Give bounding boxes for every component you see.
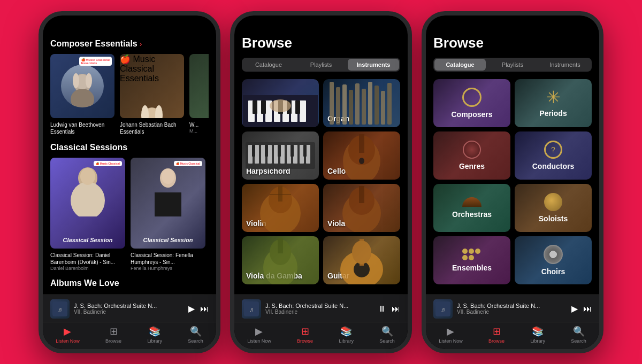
svg-rect-14 <box>155 192 181 216</box>
svg-rect-46 <box>255 145 259 164</box>
svg-rect-53 <box>300 145 304 164</box>
phone-notch-3 <box>480 16 545 29</box>
search-icon-p3: 🔍 <box>573 326 585 337</box>
play-icon-p1[interactable]: ▶ <box>188 304 195 314</box>
choirs-tile[interactable]: Choirs <box>515 236 592 284</box>
guitar-tile[interactable]: Guitar <box>323 236 400 284</box>
svg-rect-49 <box>274 145 278 164</box>
cello-tile[interactable]: Cello <box>323 131 400 180</box>
essentials-scroll[interactable]: 🍎 Music ClassicalEssentials <box>50 54 209 135</box>
tab-library-p2[interactable]: 📚 Library <box>339 326 354 344</box>
mini-player-controls-p1[interactable]: ▶ ⏭ <box>188 304 209 314</box>
mini-player-p2[interactable]: ♬ J. S. Bach: Orchestral Suite N... VII.… <box>234 295 408 322</box>
bach-thumb: 🍎 Music ClassicalEssentials <box>120 54 184 118</box>
orchestras-tile[interactable]: Orchestras <box>433 184 510 232</box>
barenboim-session-thumb: 🍎 Music Classical Classical Session <box>50 158 125 249</box>
mini-player-p3[interactable]: ♬ J. S. Bach: Orchestral Suite N... VII.… <box>426 295 599 322</box>
barenboim-session-sub: Daniel Barenboim <box>50 266 125 271</box>
phone-3: Browse Catalogue Playlists Instruments C… <box>422 11 603 353</box>
humphreys-session-label: Classical Session: Fenella Humphreys - S… <box>131 252 205 266</box>
phone-notch-2 <box>289 16 353 29</box>
tab-bar-p2: ▶ Listen Now ⊞ Browse 📚 Library 🔍 Search <box>234 322 408 349</box>
browse-scroll-p2[interactable]: Browse Catalogue Playlists Instruments <box>234 30 408 295</box>
humphreys-gradient: 🍎 Music Classical Classical Session <box>131 158 205 249</box>
tab-listen-now-p3[interactable]: ▶ Listen Now <box>439 326 463 344</box>
humphreys-session-card[interactable]: 🍎 Music Classical Classical Session Clas… <box>131 158 205 271</box>
mini-player-title-p2: J. S. Bach: Orchestral Suite N... <box>265 303 373 309</box>
organ-tile[interactable]: Organ <box>323 79 400 127</box>
harpsichord-tile[interactable]: Harpsichord <box>242 131 319 180</box>
tab-search-p3[interactable]: 🔍 Search <box>571 326 586 344</box>
piano-tile[interactable]: Piano <box>242 79 319 127</box>
viola-tile-bg: Viola <box>323 184 400 232</box>
third-label: W... <box>189 121 209 128</box>
svg-rect-45 <box>248 145 253 164</box>
composer-essentials-chevron[interactable]: › <box>140 40 142 48</box>
mini-player-info-p3: J. S. Bach: Orchestral Suite N... VII. B… <box>457 303 567 315</box>
skip-icon-p3[interactable]: ⏭ <box>583 304 592 314</box>
bach-portrait-container <box>120 83 184 118</box>
violin-tile[interactable]: Violin <box>242 184 319 232</box>
soloists-label: Soloists <box>539 214 568 223</box>
seg-catalogue-p2[interactable]: Catalogue <box>243 59 294 71</box>
pause-icon-p2[interactable]: ⏸ <box>378 304 386 314</box>
svg-text:♬: ♬ <box>58 306 62 313</box>
svg-rect-38 <box>355 83 360 125</box>
beethoven-portrait <box>61 65 104 107</box>
tab-bar-p1: ▶ Listen Now ⊞ Browse 📚 Library 🔍 Search <box>43 322 216 349</box>
humphreys-session-thumb: 🍎 Music Classical Classical Session <box>131 158 205 249</box>
tab-browse-p2[interactable]: ⊞ Browse <box>297 326 313 344</box>
tab-search-p2[interactable]: 🔍 Search <box>379 326 395 344</box>
tab-library-p3[interactable]: 📚 Library <box>530 326 545 344</box>
svg-rect-57 <box>278 145 281 157</box>
tab-search-p1[interactable]: 🔍 Search <box>188 326 203 344</box>
seg-playlists-p3[interactable]: Playlists <box>487 59 538 71</box>
piano-tile-bg: Piano <box>242 79 319 127</box>
mini-player-title-p3: J. S. Bach: Orchestral Suite N... <box>457 303 567 309</box>
composers-tile[interactable]: Composers <box>433 79 510 127</box>
skip-icon-p2[interactable]: ⏭ <box>392 304 400 314</box>
listen-now-label-p3: Listen Now <box>439 338 463 344</box>
genres-tile[interactable]: Genres <box>433 131 510 180</box>
choirs-icon <box>544 245 563 264</box>
browse-scroll-p3[interactable]: Browse Catalogue Playlists Instruments C… <box>426 30 599 295</box>
browse-label-p2: Browse <box>297 338 313 344</box>
skip-icon-p1[interactable]: ⏭ <box>200 304 209 314</box>
tab-browse-p3[interactable]: ⊞ Browse <box>488 326 505 344</box>
svg-point-9 <box>155 105 163 118</box>
composers-icon <box>462 88 482 107</box>
third-essentials-card[interactable]: W... M... <box>189 54 209 135</box>
seg-instruments-p3[interactable]: Instruments <box>539 59 591 71</box>
tab-browse-p1[interactable]: ⊞ Browse <box>105 326 121 344</box>
beethoven-card[interactable]: 🍎 Music ClassicalEssentials <box>50 54 114 135</box>
ensembles-icon <box>462 249 482 260</box>
periods-tile[interactable]: ✳ Periods <box>515 79 592 127</box>
tab-library-p1[interactable]: 📚 Library <box>147 326 162 344</box>
mini-player-p1[interactable]: ♬ J. S. Bach: Orchestral Suite N... VII.… <box>43 295 216 322</box>
segment-control-p3[interactable]: Catalogue Playlists Instruments <box>433 58 592 72</box>
sessions-scroll[interactable]: 🍎 Music Classical Classical Session Clas… <box>50 158 209 271</box>
soloists-tile[interactable]: Soloists <box>515 184 592 232</box>
mini-player-controls-p2[interactable]: ⏸ ⏭ <box>378 304 400 314</box>
viola-da-gamba-tile[interactable]: Viola da Gamba <box>242 236 319 284</box>
seg-catalogue-p3[interactable]: Catalogue <box>434 59 486 71</box>
svg-rect-56 <box>265 145 268 157</box>
tab-listen-now-p2[interactable]: ▶ Listen Now <box>247 326 271 344</box>
p1-scroll-content[interactable]: Composer Essentials › 🍎 Music ClassicalE… <box>43 30 216 295</box>
play-icon-p3[interactable]: ▶ <box>571 304 578 314</box>
seg-instruments-p2[interactable]: Instruments <box>348 59 399 71</box>
viola-tile[interactable]: Viola <box>323 184 400 232</box>
listen-now-icon-p3: ▶ <box>447 326 454 337</box>
svg-rect-47 <box>261 145 265 164</box>
conductors-tile[interactable]: ? Conductors <box>515 131 592 180</box>
segment-control-p2[interactable]: Catalogue Playlists Instruments <box>242 58 400 72</box>
tab-listen-now-p1[interactable]: ▶ Listen Now <box>56 326 80 344</box>
bach-card[interactable]: 🍎 Music ClassicalEssentials <box>120 54 184 135</box>
svg-point-4 <box>86 73 92 88</box>
ensembles-tile[interactable]: Ensembles <box>433 236 510 284</box>
mini-player-controls-p3[interactable]: ▶ ⏭ <box>571 304 592 314</box>
seg-playlists-p2[interactable]: Playlists <box>295 59 347 71</box>
barenboim-session-card[interactable]: 🍎 Music Classical Classical Session Clas… <box>50 158 125 271</box>
library-label-p3: Library <box>530 338 545 344</box>
svg-rect-70 <box>359 186 364 203</box>
